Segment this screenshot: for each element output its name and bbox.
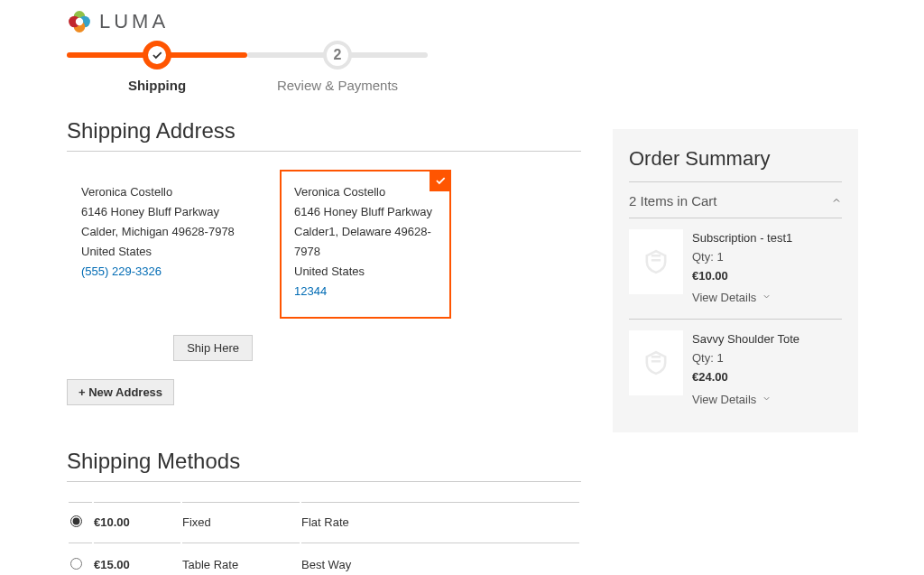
- address-card[interactable]: Veronica Costello 6146 Honey Bluff Parkw…: [81, 170, 253, 319]
- item-thumbnail: [629, 330, 683, 395]
- item-qty: Qty: 1: [692, 349, 799, 368]
- new-address-button[interactable]: + New Address: [67, 379, 174, 405]
- item-price: €24.00: [692, 368, 799, 387]
- shipping-method-price: €15.00: [94, 545, 180, 575]
- step-shipping-indicator: [143, 41, 171, 70]
- item-qty: Qty: 1: [692, 248, 792, 267]
- shipping-method-method: Table Rate: [182, 545, 300, 575]
- address-card-selected[interactable]: Veronica Costello 6146 Honey Bluff Parkw…: [280, 170, 451, 319]
- cart-items-count: 2 Items in Cart: [629, 193, 717, 209]
- cart-items-toggle[interactable]: 2 Items in Cart: [629, 181, 842, 218]
- ship-here-button[interactable]: Ship Here: [173, 335, 253, 361]
- svg-point-4: [76, 18, 83, 25]
- step-shipping-label: Shipping: [128, 78, 186, 93]
- shipping-method-row[interactable]: €15.00 Table Rate Best Way: [69, 545, 579, 575]
- address-city: Calder1, Delaware 49628-7978: [294, 222, 437, 262]
- address-phone[interactable]: 12344: [294, 282, 437, 301]
- shipping-method-radio[interactable]: [70, 558, 82, 570]
- checkout-progress: Shipping 2 Review & Payments: [67, 52, 897, 93]
- summary-item: Savvy Shoulder Tote Qty: 1 €24.00 View D…: [629, 319, 842, 420]
- item-price: €10.00: [692, 267, 792, 286]
- placeholder-icon: [641, 246, 671, 277]
- order-summary-title: Order Summary: [629, 147, 842, 171]
- view-details-toggle[interactable]: View Details: [692, 391, 799, 410]
- address-city: Calder, Michigan 49628-7978: [81, 222, 253, 242]
- address-street: 6146 Honey Bluff Parkway: [294, 202, 437, 222]
- shipping-methods-table: €10.00 Fixed Flat Rate €15.00 Table Rate…: [67, 500, 581, 575]
- address-country: United States: [294, 262, 437, 282]
- address-name: Veronica Costello: [81, 182, 253, 202]
- placeholder-icon: [641, 348, 671, 378]
- address-phone[interactable]: (555) 229-3326: [81, 262, 253, 282]
- shipping-address-heading: Shipping Address: [67, 118, 581, 152]
- view-details-label: View Details: [692, 391, 756, 410]
- view-details-toggle[interactable]: View Details: [692, 289, 792, 308]
- shipping-methods-heading: Shipping Methods: [67, 449, 581, 482]
- brand-name: LUMA: [99, 10, 169, 33]
- chevron-up-icon: [831, 193, 842, 209]
- address-street: 6146 Honey Bluff Parkway: [81, 202, 253, 222]
- address-name: Veronica Costello: [294, 182, 437, 202]
- chevron-down-icon: [762, 391, 772, 410]
- shipping-method-row[interactable]: €10.00 Fixed Flat Rate: [69, 502, 579, 543]
- luma-logo-icon: [67, 9, 92, 34]
- order-summary-panel: Order Summary 2 Items in Cart Subscripti…: [613, 129, 858, 432]
- shipping-method-carrier: Best Way: [301, 545, 579, 575]
- step-review-label: Review & Payments: [277, 78, 398, 93]
- chevron-down-icon: [762, 289, 772, 308]
- selected-address-flag: [430, 170, 451, 191]
- shipping-method-price: €10.00: [94, 502, 180, 543]
- header-logo[interactable]: LUMA: [67, 9, 897, 34]
- item-name: Subscription - test1: [692, 229, 792, 248]
- shipping-method-radio[interactable]: [70, 515, 82, 527]
- check-icon: [434, 174, 447, 187]
- shipping-method-method: Fixed: [182, 502, 300, 543]
- item-thumbnail: [629, 229, 683, 294]
- view-details-label: View Details: [692, 289, 756, 308]
- address-country: United States: [81, 242, 253, 262]
- shipping-method-carrier: Flat Rate: [301, 502, 579, 543]
- step-review-indicator: 2: [323, 41, 352, 70]
- check-icon: [151, 49, 163, 61]
- item-name: Savvy Shoulder Tote: [692, 330, 799, 349]
- summary-item: Subscription - test1 Qty: 1 €10.00 View …: [629, 218, 842, 319]
